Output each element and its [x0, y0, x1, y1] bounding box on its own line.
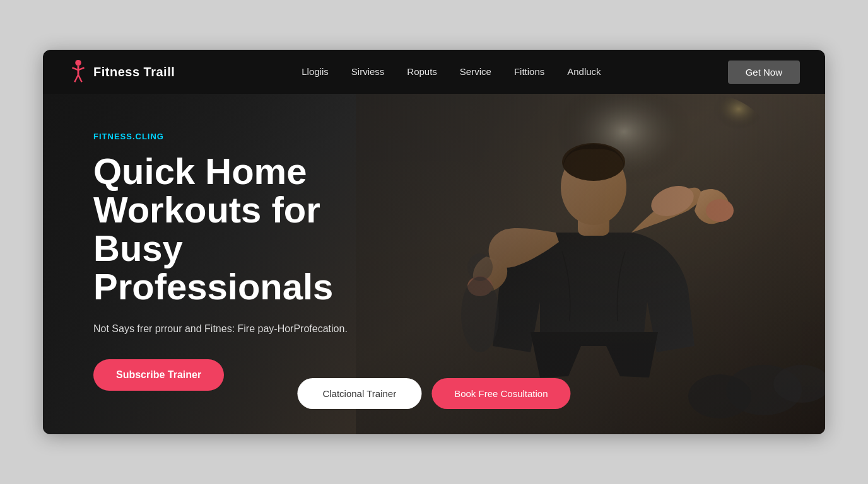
svg-line-4 [74, 75, 78, 82]
subscribe-trainer-button[interactable]: Subscribe Trainer [93, 359, 224, 391]
hero-title: Quick Home Workouts for Busy Professiona… [93, 153, 384, 306]
svg-point-0 [75, 60, 81, 66]
hero-tag: FITNESS.CLING [93, 132, 384, 141]
svg-line-2 [72, 67, 78, 70]
svg-line-5 [78, 75, 82, 82]
hero-section: FITNESS.CLING Quick Home Workouts for Bu… [43, 94, 825, 434]
nav-item-service[interactable]: Service [460, 66, 491, 78]
hero-bottom-buttons: Clatcional Trainer Book Free Cosultation [297, 378, 570, 409]
nav-item-andluck[interactable]: Andluck [567, 66, 601, 78]
logo-text: Fitness Traill [93, 65, 175, 79]
nav-links: Llogiis Sirviess Roputs Service Fittions… [302, 66, 601, 78]
page-wrapper: Fitness Traill Llogiis Sirviess Roputs S… [43, 50, 825, 434]
nav-item-sirviess[interactable]: Sirviess [351, 66, 385, 78]
get-now-button[interactable]: Get Now [728, 60, 800, 84]
nav-item-llogiis[interactable]: Llogiis [302, 66, 329, 78]
logo-area: Fitness Traill [68, 59, 175, 84]
svg-line-3 [78, 67, 85, 70]
nav-item-roputs[interactable]: Roputs [407, 66, 437, 78]
logo-icon [68, 59, 88, 84]
clatcional-trainer-button[interactable]: Clatcional Trainer [297, 378, 421, 409]
hero-subtitle: Not Says frer prrour and Fitnes: Fire pa… [93, 321, 384, 337]
navbar: Fitness Traill Llogiis Sirviess Roputs S… [43, 50, 825, 94]
nav-item-fittions[interactable]: Fittions [514, 66, 544, 78]
book-free-consultation-button[interactable]: Book Free Cosultation [431, 378, 570, 409]
